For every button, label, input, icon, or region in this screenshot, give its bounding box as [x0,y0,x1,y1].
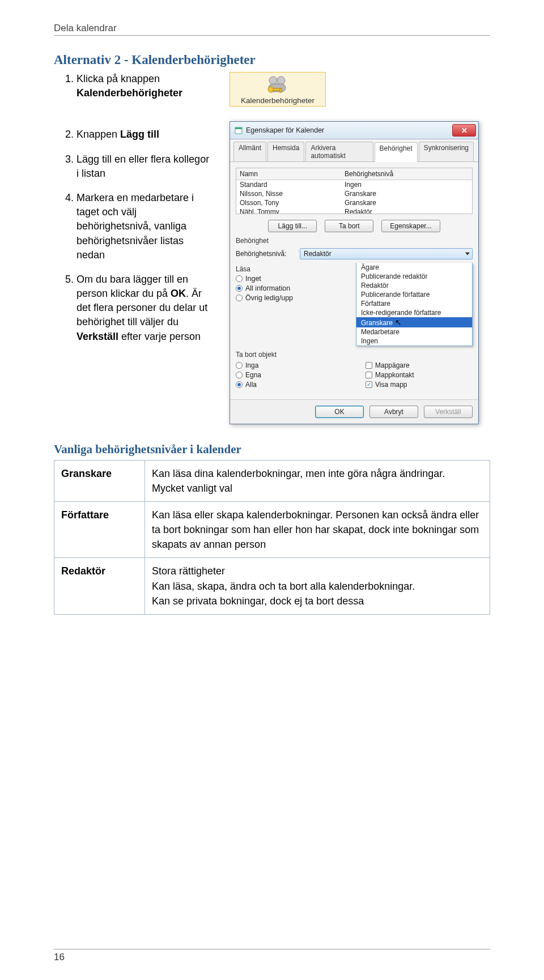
calendar-permissions-button[interactable]: Kalenderbehörigheter [230,72,326,106]
roles-table: Granskare Kan läsa dina kalenderbokninga… [54,460,490,615]
close-button[interactable]: ✕ [452,124,476,137]
dialog-title: Egenskaper för Kalender [246,126,324,134]
dd-option[interactable]: Ägare [356,263,472,272]
role-desc: Kan läsa dina kalenderbokningar, men int… [145,461,490,502]
calendar-icon [235,126,243,134]
chk-mappagare[interactable]: Mappägare [366,361,473,369]
dd-option[interactable]: Medarbetare [356,327,472,336]
chevron-down-icon [465,253,470,255]
read-group-label: Läsa [236,265,349,273]
section-heading: Alternativ 2 - Kalenderbehörigheter [54,53,490,67]
step-4: Markera en medarbetare i taget och välj … [76,191,212,262]
table-row: Granskare Kan läsa dina kalenderbokninga… [54,461,490,502]
dd-option[interactable]: Ingen [356,336,472,346]
svg-point-1 [277,76,285,84]
level-dropdown[interactable]: Redaktör [300,248,473,259]
radio-del-alla[interactable]: Alla [236,381,343,389]
properties-button[interactable]: Egenskaper... [381,220,440,232]
tab-synk[interactable]: Synkronisering [419,142,474,161]
table-row: Redaktör Stora rättigheter Kan läsa, ska… [54,558,490,614]
group-permission: Behörighet [236,237,473,245]
page-number: 16 [54,952,490,963]
svg-point-0 [269,76,277,84]
cursor-icon: ↖ [395,318,402,327]
ok-button[interactable]: OK [315,406,364,418]
page-header: Dela kalendrar [54,23,490,34]
list-row[interactable]: StandardIngen [236,180,472,189]
step-1: Klicka på knappen Kalenderbehörigheter [76,72,212,100]
step-2: Knappen Lägg till [76,127,212,142]
radio-del-inga[interactable]: Inga [236,361,343,369]
add-button[interactable]: Lägg till... [268,220,317,232]
permissions-list[interactable]: Namn Behörighetsnivå StandardIngen Nilss… [236,168,473,214]
remove-button[interactable]: Ta bort [325,220,373,232]
delete-group-label: Ta bort objekt [236,351,473,359]
dd-option[interactable]: Icke-redigerande författare [356,308,472,317]
header-rule [54,35,490,36]
role-name: Granskare [54,461,145,502]
properties-dialog: Egenskaper för Kalender ✕ Allmänt Hemsid… [230,121,479,424]
radio-read-inget[interactable]: Inget [236,275,349,283]
apply-button[interactable]: Verkställ [424,406,473,418]
table-row: Författare Kan läsa eller skapa kalender… [54,502,490,558]
step-5: Om du bara lägger till en person klickar… [76,272,212,344]
tab-hemsida[interactable]: Hemsida [267,142,304,161]
dd-option[interactable]: Publicerande författare [356,290,472,299]
role-desc: Stora rättigheter Kan läsa, skapa, ändra… [145,558,490,614]
step-3: Lägg till en eller flera kollegor i list… [76,152,212,181]
chk-visa-mapp[interactable]: Visa mapp [366,381,473,389]
tab-behorighet[interactable]: Behörighet [375,142,418,162]
cancel-button[interactable]: Avbryt [369,406,418,418]
role-name: Redaktör [54,558,145,614]
dd-option[interactable]: Författare [356,299,472,308]
svg-rect-5 [280,88,282,92]
list-row[interactable]: Nilsson, NisseGranskare [236,189,472,198]
level-dropdown-value: Redaktör [304,250,332,258]
level-label: Behörighetsnivå: [236,250,295,258]
radio-read-ovrig[interactable]: Övrig ledig/upp [236,294,349,302]
levels-heading: Vanliga behörighetsnivåer i kalender [54,442,490,457]
footer-rule [54,949,490,949]
role-name: Författare [54,502,145,558]
col-level: Behörighetsnivå [345,170,393,178]
people-key-icon [264,75,291,95]
dd-option[interactable]: Publicerande redaktör [356,272,472,281]
list-row[interactable]: Olsson, TonyGranskare [236,198,472,207]
col-name: Namn [240,170,345,178]
dd-option[interactable]: Redaktör [356,281,472,290]
list-row[interactable]: Nähl, TommyRedaktör [236,207,472,214]
chk-mappkontakt[interactable]: Mappkontakt [366,371,473,379]
tab-arkivera[interactable]: Arkivera automatiskt [305,142,373,161]
radio-del-egna[interactable]: Egna [236,371,343,379]
svg-rect-7 [235,127,242,129]
role-desc: Kan läsa eller skapa kalenderbokningar. … [145,502,490,558]
tab-bar: Allmänt Hemsida Arkivera automatiskt Beh… [230,139,478,162]
tab-allmant[interactable]: Allmänt [233,142,266,161]
radio-read-all[interactable]: All information [236,284,349,292]
calendar-permissions-label: Kalenderbehörigheter [235,96,321,105]
dd-option-highlighted[interactable]: Granskare↖ [356,317,472,327]
